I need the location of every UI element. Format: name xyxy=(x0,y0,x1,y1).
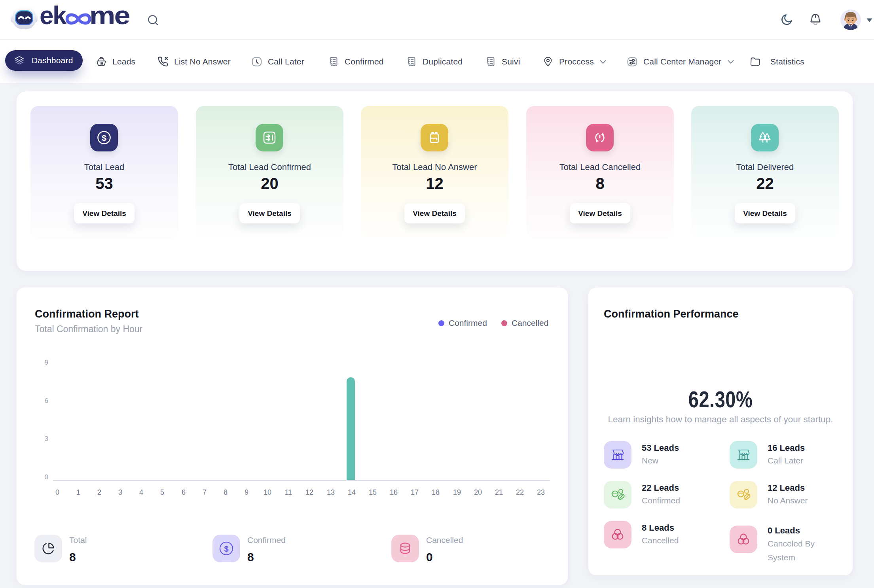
svg-text:$: $ xyxy=(102,133,106,142)
svg-text:$: $ xyxy=(224,545,228,553)
